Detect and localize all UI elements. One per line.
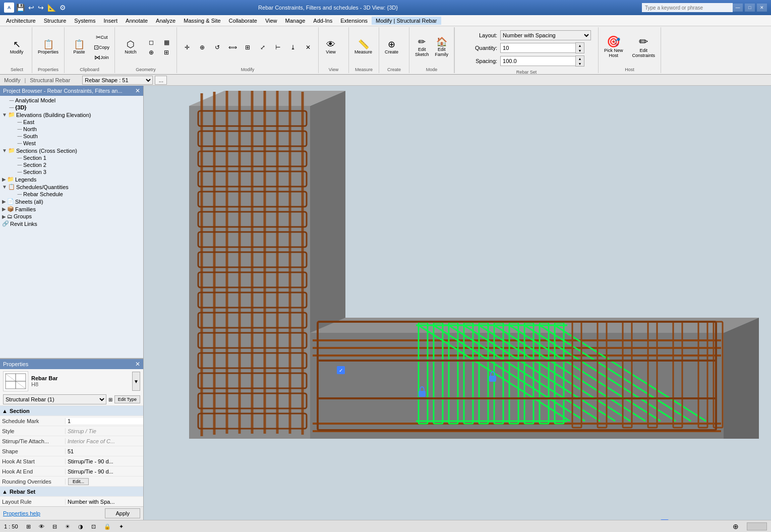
delete-btn[interactable]: ✕: [301, 43, 315, 52]
qa-redo-btn[interactable]: ↪: [37, 3, 45, 13]
edit-family-btn[interactable]: 🏠 EditFamily: [433, 36, 451, 58]
rotate-btn[interactable]: ↺: [210, 43, 224, 52]
properties-close-btn[interactable]: ✕: [135, 361, 140, 368]
tree-item-south[interactable]: — South: [0, 133, 143, 140]
tree-item-rebar-schedule[interactable]: — Rebar Schedule: [0, 191, 143, 198]
rebar-shape-dropdown[interactable]: Rebar Shape : 51: [82, 76, 153, 85]
status-grid-icon[interactable]: ⊞: [26, 523, 31, 530]
geometry-btn1[interactable]: ◻: [144, 38, 158, 47]
menu-collaborate[interactable]: Collaborate: [225, 17, 261, 25]
viewport[interactable]: ✓ ✓: [144, 86, 771, 520]
menu-structure[interactable]: Structure: [40, 17, 71, 25]
layout-dropdown[interactable]: Number with Spacing Fixed Number Maximum…: [500, 30, 591, 40]
element-type-select[interactable]: Structural Rebar (1): [3, 394, 106, 404]
rounding-edit-btn[interactable]: Edit...: [68, 478, 89, 485]
qa-settings-btn[interactable]: ⚙: [58, 3, 67, 13]
join-clipboard-btn[interactable]: ⋈Join: [92, 53, 111, 62]
measure-btn[interactable]: 📏 Measure: [352, 38, 375, 56]
spacing-down-btn[interactable]: ▼: [576, 61, 584, 66]
tree-item-section1[interactable]: — Section 1: [0, 154, 143, 161]
tree-item-elevations[interactable]: ▼ 📁 Elevations (Building Elevation): [0, 111, 143, 119]
properties-btn[interactable]: 📋 Properties: [35, 38, 61, 56]
tree-item-east[interactable]: — East: [0, 119, 143, 126]
cut-btn[interactable]: ✂Cut: [92, 33, 111, 42]
menu-analyze[interactable]: Analyze: [152, 17, 180, 25]
apply-btn[interactable]: Apply: [105, 508, 140, 518]
mirror-btn[interactable]: ⟺: [225, 43, 240, 52]
status-nav-wheel[interactable]: ⊕: [733, 522, 739, 530]
properties-help-link[interactable]: Properties help: [3, 510, 40, 516]
paste-btn[interactable]: 📋 Paste: [68, 38, 91, 56]
edit-constraints-btn[interactable]: ✏ EditConstraints: [630, 35, 658, 60]
menu-massing[interactable]: Massing & Site: [180, 17, 224, 25]
tree-item-families[interactable]: ▶ 📦 Families: [0, 205, 143, 213]
close-btn[interactable]: ✕: [757, 4, 767, 12]
status-crop-icon[interactable]: ⊡: [91, 523, 96, 530]
menu-modify-rebar[interactable]: Modify | Structural Rebar: [372, 17, 441, 25]
rebar-set-section-toggle[interactable]: ▲: [2, 489, 8, 495]
copy-btn[interactable]: ⊡Copy: [92, 43, 111, 52]
tree-item-sheets[interactable]: ▶ 📄 Sheets (all): [0, 198, 143, 205]
geometry-btn2[interactable]: ⊕: [144, 48, 158, 57]
menu-annotate[interactable]: Annotate: [122, 17, 152, 25]
menu-extensions[interactable]: Extensions: [336, 17, 372, 25]
tree-item-analytical[interactable]: — Analytical Model: [0, 97, 143, 104]
menu-view[interactable]: View: [261, 17, 281, 25]
breadcrumb-structural-rebar[interactable]: Structural Rebar: [30, 77, 70, 83]
pick-new-host-btn[interactable]: 🎯 Pick NewHost: [602, 35, 626, 60]
minimize-btn[interactable]: —: [733, 4, 743, 12]
copy-modify-btn[interactable]: ⊕: [195, 43, 209, 52]
status-view-icon[interactable]: 👁: [39, 523, 44, 529]
breadcrumb-modify[interactable]: Modify: [4, 77, 20, 83]
menu-insert[interactable]: Insert: [100, 17, 122, 25]
offset-btn[interactable]: ⤓: [286, 43, 300, 52]
tree-item-revit-links[interactable]: 🔗 Revit Links: [0, 220, 143, 227]
expand-sections[interactable]: ▼: [2, 148, 7, 153]
expand-schedules[interactable]: ▼: [2, 184, 7, 190]
menu-manage[interactable]: Manage: [281, 17, 310, 25]
type-dropdown-btn[interactable]: ▼: [132, 372, 140, 391]
trim-btn[interactable]: ⊢: [271, 43, 285, 52]
status-sun-icon[interactable]: ☀: [65, 523, 70, 530]
status-lock-icon[interactable]: 🔒: [104, 523, 111, 530]
expand-groups[interactable]: ▶: [2, 214, 6, 219]
geometry-btn4[interactable]: ⊞: [159, 48, 173, 57]
tree-item-legends[interactable]: ▶ 📁 Legends: [0, 175, 143, 183]
section-toggle[interactable]: ▲: [2, 408, 8, 414]
expand-elevations[interactable]: ▼: [2, 112, 7, 117]
tree-item-3d[interactable]: — {3D}: [0, 104, 143, 111]
quantity-down-btn[interactable]: ▼: [576, 48, 584, 53]
tree-item-section2[interactable]: — Section 2: [0, 161, 143, 168]
status-highlight-icon[interactable]: ✦: [119, 523, 124, 530]
tree-item-north[interactable]: — North: [0, 126, 143, 133]
keyword-search-input[interactable]: [642, 3, 733, 12]
qa-measure-btn[interactable]: 📐: [46, 3, 57, 13]
tree-item-schedules[interactable]: ▼ 📋 Schedules/Quantities: [0, 183, 143, 191]
prop-value-schedule-mark[interactable]: [66, 418, 143, 424]
view-btn[interactable]: 👁 View: [322, 38, 340, 56]
menu-architecture[interactable]: Architecture: [2, 17, 40, 25]
shape-more-btn[interactable]: ...: [155, 76, 167, 85]
edit-sketch-btn[interactable]: ✏ EditSketch: [412, 36, 432, 58]
schedule-mark-input[interactable]: [68, 418, 141, 424]
project-browser-close-btn[interactable]: ✕: [135, 87, 140, 94]
edit-type-btn[interactable]: Edit Type: [114, 395, 140, 403]
tree-item-west[interactable]: — West: [0, 140, 143, 147]
quantity-up-btn[interactable]: ▲: [576, 43, 584, 48]
status-section-icon[interactable]: ⊟: [52, 523, 57, 530]
restore-btn[interactable]: □: [745, 4, 755, 12]
expand-families[interactable]: ▶: [2, 206, 6, 212]
quantity-input[interactable]: [500, 43, 576, 53]
create-btn[interactable]: ⊕ Create: [382, 38, 401, 56]
menu-addins[interactable]: Add-Ins: [309, 17, 336, 25]
scale-btn[interactable]: ⤢: [256, 43, 270, 52]
geometry-btn3[interactable]: ▦: [159, 38, 173, 47]
spacing-input[interactable]: [500, 56, 576, 66]
expand-legends[interactable]: ▶: [2, 176, 6, 182]
qa-undo-btn[interactable]: ↩: [27, 3, 35, 13]
spacing-up-btn[interactable]: ▲: [576, 56, 584, 61]
tree-item-sections[interactable]: ▼ 📁 Sections (Cross Section): [0, 147, 143, 154]
move-btn[interactable]: ✛: [180, 43, 194, 52]
notch-btn[interactable]: ⬡ Notch: [118, 38, 143, 56]
modify-btn[interactable]: ↖ Modify: [5, 38, 28, 56]
